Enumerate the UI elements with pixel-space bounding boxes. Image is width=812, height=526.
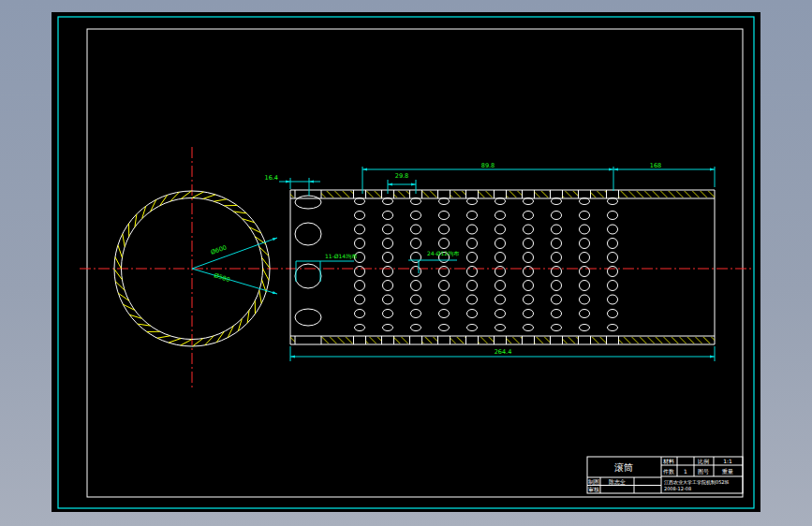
- material-label: 材料: [662, 458, 674, 465]
- wall-hatch: [366, 337, 382, 343]
- wall-hatch: [422, 337, 438, 343]
- scale-label: 比例: [698, 458, 709, 465]
- dim-plain-length-label: 168: [650, 162, 661, 169]
- wall-hatch: [422, 191, 438, 197]
- wall-hatch: [479, 191, 495, 197]
- drawing-no-label: 图号: [698, 468, 709, 475]
- cad-canvas: 16.4 29.8 89.8 168 264.4 Ø600 Ø580 11-Ø1…: [0, 0, 812, 526]
- drawn-label: 制图: [588, 478, 599, 486]
- dim-pitch-label: 29.8: [395, 172, 408, 180]
- part-name: 滚筒: [614, 462, 633, 473]
- wall-hatch: [290, 191, 295, 197]
- wall-hatch: [535, 191, 551, 197]
- organization: 江西农业大学工学院机制052班: [664, 479, 730, 486]
- wall-hatch: [507, 337, 523, 343]
- large-holes-annotation: 11-Ø14均布: [325, 253, 357, 259]
- wall-hatch: [507, 191, 523, 197]
- dim-total-length-label: 264.4: [495, 348, 512, 356]
- wall-hatch: [394, 337, 410, 343]
- drawn-by: 陈志全: [609, 478, 626, 486]
- wall-hatch: [619, 337, 716, 343]
- wall-hatch: [619, 191, 716, 197]
- wall-hatch: [366, 191, 382, 197]
- scale-value: 1:1: [723, 458, 732, 464]
- date: 2008-12-08: [664, 486, 691, 491]
- wall-hatch: [591, 191, 607, 197]
- wall-hatch: [563, 337, 579, 343]
- drawing-viewport: [52, 12, 760, 512]
- wall-hatch: [394, 191, 410, 197]
- wall-hatch: [563, 191, 579, 197]
- wall-hatch: [290, 337, 295, 343]
- wall-hatch: [479, 337, 495, 343]
- weight-label: 重量: [721, 468, 733, 475]
- wall-hatch: [450, 337, 466, 343]
- small-holes-annotation: 24-Ø12均布: [427, 250, 459, 256]
- qty-label: 件数: [663, 468, 674, 475]
- wall-hatch: [321, 191, 354, 197]
- wall-hatch: [321, 337, 354, 343]
- dim-left-offset-label: 16.4: [265, 174, 278, 182]
- checked-label: 审核: [588, 486, 599, 492]
- wall-hatch: [591, 337, 607, 343]
- qty-value: 1: [684, 468, 687, 475]
- dim-perforated-length-label: 89.8: [481, 162, 495, 169]
- wall-hatch: [450, 191, 466, 197]
- wall-hatch: [535, 337, 551, 343]
